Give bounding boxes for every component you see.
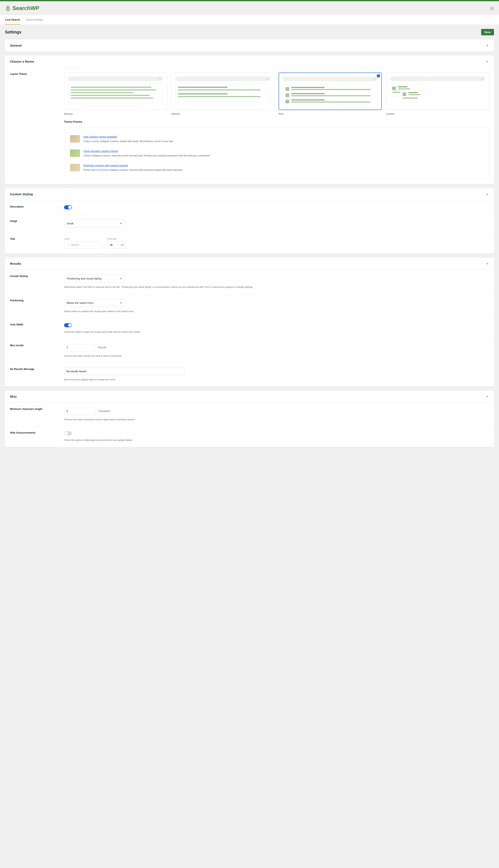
page-head: Settings Save [5,29,494,35]
theme-minimal-label: Minimal [64,112,167,115]
panel-results-head[interactable]: Results [5,258,494,269]
preview-result: Fresh avocado crackers recipe! Classic m… [70,146,483,160]
fontsize-input[interactable] [107,241,119,248]
preview-link[interactable]: Fresh avocado crackers recipe! [83,150,118,152]
panel-general: General [5,39,494,51]
chevron-down-icon [486,395,489,398]
header: SearchWP [0,1,499,15]
hide-announcements-help: Check this option to hide plugin announc… [64,438,489,442]
theme-preview: New crackers recipe available! Crispy, c… [64,127,489,179]
autowidth-help: Check this option to align the results p… [64,330,489,334]
max-results-help: Choose how many results you want to show… [64,354,489,358]
title-label: Title [10,237,64,248]
include-styling-label: Include Styling [10,275,64,289]
panel-custom-head[interactable]: Custom Styling [5,188,494,200]
tray-icon[interactable] [490,7,494,10]
positioning-select[interactable]: Below the search form [64,299,124,307]
theme-minimal[interactable]: Minimal [64,73,167,115]
minchars-suffix: Characters [98,409,110,413]
panel-theme-head[interactable]: Choose a theme [5,56,494,68]
panel-theme-title: Choose a theme [10,60,34,63]
theme-medium-label: Medium [171,112,275,115]
color-input[interactable]: default [64,241,101,248]
image-select[interactable]: Small [64,220,124,227]
preview-desc: Classic multigrain crackers, featuring a… [83,154,210,157]
max-results-suffix: Results [98,346,107,349]
minchars-help: Choose how many characters must be typed… [64,418,489,421]
page-title: Settings [5,30,21,35]
include-styling-value: Positioning and visual styling [67,277,101,280]
panel-results-title: Results [10,262,21,265]
minchars-label: Minimum characters length [10,407,64,421]
preview-link[interactable]: New crackers recipe available! [83,135,117,138]
panel-general-title: General [10,44,22,47]
hide-announcements-label: Hide Announcements [10,431,64,442]
save-button[interactable]: Save [481,29,494,35]
panel-general-head[interactable]: General [5,39,494,51]
theme-rich[interactable]: Rich [279,73,382,115]
image-label: Image [10,220,64,227]
image-select-value: Small [67,222,74,225]
positioning-help: Selects where to position the results pa… [64,310,489,313]
color-swatch-icon [66,244,69,246]
fontsize-label: Font size [107,237,126,240]
hide-announcements-toggle[interactable] [64,431,72,436]
preview-thumb [70,135,80,143]
panel-theme-body: Layout Theme Minimal [5,68,494,184]
preview-thumb [70,149,80,157]
svg-rect-4 [491,7,494,10]
panel-results: Results Include Styling Positioning and … [5,258,494,387]
panel-misc-title: Misc [10,395,17,398]
noresults-help: Enter the text to display when no result… [64,378,489,381]
preview-thumb [70,164,80,171]
noresults-input[interactable] [64,368,185,375]
color-placeholder: default [71,243,79,246]
preview-result: New crackers recipe available! Crispy, c… [70,132,483,146]
include-styling-select[interactable]: Positioning and visual styling [64,275,124,282]
description-toggle[interactable] [64,205,72,209]
panel-misc: Misc Minimum characters length Character… [5,391,494,447]
preview-desc: Perfect blend of crunchy multigrain crac… [83,169,183,171]
theme-preview-label: Theme Preview [64,120,489,123]
preview-result: Multigrain crackers with banana topping!… [70,160,483,175]
chevron-down-icon [486,193,489,196]
max-results-input[interactable] [64,344,95,351]
theme-medium[interactable]: Medium [171,73,275,115]
layout-theme-label: Layout Theme [10,73,64,179]
logo-text: SearchWP [12,5,39,11]
fontsize-unit: px [119,241,126,248]
positioning-value: Below the search form [67,301,94,304]
theme-custom-label: Custom [386,112,489,115]
searchwp-logo-icon [5,5,11,11]
chevron-down-icon [486,60,489,63]
chevron-down-icon [486,262,489,265]
description-label: Description [10,205,64,209]
theme-rich-label: Rich [279,112,382,115]
autowidth-toggle[interactable] [64,323,72,327]
noresults-label: No Results Message [10,368,64,381]
theme-custom[interactable]: Custom [386,73,489,115]
panel-custom-styling: Custom Styling Description Image Small T… [5,188,494,254]
positioning-label: Positioning [10,299,64,313]
chevron-right-icon [486,44,489,47]
tab-live-search[interactable]: Live Search [5,15,20,25]
minchars-input[interactable] [64,407,95,415]
logo: SearchWP [5,5,39,11]
check-icon [377,74,380,77]
tabs: Live Search Search Modal [0,15,499,25]
preview-link[interactable]: Multigrain crackers with banana topping! [83,164,128,167]
preview-desc: Crispy, crunchy multigrain crackers, loa… [83,140,173,143]
theme-options: Minimal Medium [64,73,489,115]
panel-theme: Choose a theme Layout Theme [5,56,494,184]
color-label: Color [64,237,101,240]
max-results-label: Max results [10,344,64,358]
page-content: Settings Save General Choose a theme Lay… [0,25,499,455]
panel-custom-title: Custom Styling [10,192,33,196]
tab-search-modal[interactable]: Search Modal [26,15,42,25]
panel-misc-head[interactable]: Misc [5,391,494,402]
autowidth-label: Auto Width [10,323,64,334]
include-styling-help: Determines which CSS files to load and u… [64,285,489,289]
